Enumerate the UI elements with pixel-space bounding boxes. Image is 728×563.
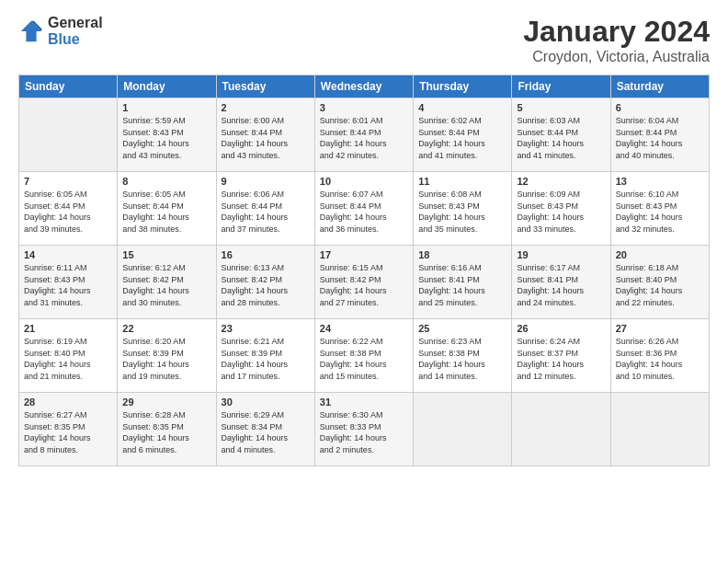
day-info: Sunrise: 6:19 AM Sunset: 8:40 PM Dayligh… [24, 336, 112, 382]
table-row: 14Sunrise: 6:11 AM Sunset: 8:43 PM Dayli… [19, 246, 118, 319]
day-info: Sunrise: 6:09 AM Sunset: 8:43 PM Dayligh… [517, 189, 605, 235]
day-number: 29 [122, 396, 210, 408]
day-info: Sunrise: 6:23 AM Sunset: 8:38 PM Dayligh… [418, 336, 506, 382]
table-row: 5Sunrise: 6:03 AM Sunset: 8:44 PM Daylig… [512, 98, 610, 172]
day-number: 31 [320, 396, 408, 408]
table-row: 1Sunrise: 5:59 AM Sunset: 8:43 PM Daylig… [118, 98, 216, 172]
table-row: 29Sunrise: 6:28 AM Sunset: 8:35 PM Dayli… [118, 393, 216, 466]
day-info: Sunrise: 6:28 AM Sunset: 8:35 PM Dayligh… [122, 409, 210, 455]
table-row: 24Sunrise: 6:22 AM Sunset: 8:38 PM Dayli… [314, 319, 413, 393]
day-info: Sunrise: 6:11 AM Sunset: 8:43 PM Dayligh… [24, 262, 112, 308]
day-info: Sunrise: 6:27 AM Sunset: 8:35 PM Dayligh… [24, 409, 112, 455]
day-info: Sunrise: 6:29 AM Sunset: 8:34 PM Dayligh… [222, 409, 310, 455]
day-number: 4 [418, 102, 506, 113]
logo-text: General Blue [48, 15, 103, 47]
day-number: 15 [122, 249, 210, 260]
calendar-table: Sunday Monday Tuesday Wednesday Thursday… [18, 75, 710, 466]
day-number: 27 [616, 323, 704, 334]
day-number: 19 [517, 249, 605, 260]
logo: General Blue [18, 15, 103, 47]
day-number: 6 [616, 102, 704, 113]
location-title: Croydon, Victoria, Australia [523, 49, 710, 65]
day-number: 28 [24, 396, 112, 408]
table-row: 27Sunrise: 6:26 AM Sunset: 8:36 PM Dayli… [610, 319, 709, 393]
table-row: 9Sunrise: 6:06 AM Sunset: 8:44 PM Daylig… [216, 172, 314, 246]
logo-icon [18, 18, 44, 44]
table-row: 20Sunrise: 6:18 AM Sunset: 8:40 PM Dayli… [610, 246, 709, 319]
day-number: 23 [222, 323, 310, 334]
day-number: 9 [222, 176, 310, 187]
day-info: Sunrise: 6:02 AM Sunset: 8:44 PM Dayligh… [418, 115, 506, 161]
day-info: Sunrise: 5:59 AM Sunset: 8:43 PM Dayligh… [122, 115, 210, 161]
col-tuesday: Tuesday [216, 75, 314, 98]
day-info: Sunrise: 6:06 AM Sunset: 8:44 PM Dayligh… [222, 189, 310, 235]
table-row [19, 98, 118, 172]
day-number: 13 [616, 176, 704, 187]
header: General Blue January 2024 Croydon, Victo… [18, 15, 710, 65]
table-row [414, 393, 512, 466]
table-row: 17Sunrise: 6:15 AM Sunset: 8:42 PM Dayli… [314, 246, 413, 319]
day-number: 22 [122, 323, 210, 334]
day-info: Sunrise: 6:13 AM Sunset: 8:42 PM Dayligh… [222, 262, 310, 308]
table-row [610, 393, 709, 466]
day-info: Sunrise: 6:22 AM Sunset: 8:38 PM Dayligh… [320, 336, 408, 382]
table-row: 16Sunrise: 6:13 AM Sunset: 8:42 PM Dayli… [216, 246, 314, 319]
table-row: 12Sunrise: 6:09 AM Sunset: 8:43 PM Dayli… [512, 172, 610, 246]
day-info: Sunrise: 6:21 AM Sunset: 8:39 PM Dayligh… [222, 336, 310, 382]
day-info: Sunrise: 6:17 AM Sunset: 8:41 PM Dayligh… [517, 262, 605, 308]
table-row: 15Sunrise: 6:12 AM Sunset: 8:42 PM Dayli… [118, 246, 216, 319]
table-row: 19Sunrise: 6:17 AM Sunset: 8:41 PM Dayli… [512, 246, 610, 319]
table-row: 31Sunrise: 6:30 AM Sunset: 8:33 PM Dayli… [314, 393, 413, 466]
day-info: Sunrise: 6:12 AM Sunset: 8:42 PM Dayligh… [122, 262, 210, 308]
col-wednesday: Wednesday [314, 75, 413, 98]
day-number: 8 [122, 176, 210, 187]
day-info: Sunrise: 6:05 AM Sunset: 8:44 PM Dayligh… [24, 189, 112, 235]
col-saturday: Saturday [610, 75, 709, 98]
table-row: 21Sunrise: 6:19 AM Sunset: 8:40 PM Dayli… [19, 319, 118, 393]
day-number: 25 [418, 323, 506, 334]
day-number: 1 [122, 102, 210, 113]
table-row: 18Sunrise: 6:16 AM Sunset: 8:41 PM Dayli… [414, 246, 512, 319]
table-row: 23Sunrise: 6:21 AM Sunset: 8:39 PM Dayli… [216, 319, 314, 393]
table-row: 3Sunrise: 6:01 AM Sunset: 8:44 PM Daylig… [314, 98, 413, 172]
day-info: Sunrise: 6:18 AM Sunset: 8:40 PM Dayligh… [616, 262, 704, 308]
day-info: Sunrise: 6:10 AM Sunset: 8:43 PM Dayligh… [616, 189, 704, 235]
table-row: 7Sunrise: 6:05 AM Sunset: 8:44 PM Daylig… [19, 172, 118, 246]
table-row: 8Sunrise: 6:05 AM Sunset: 8:44 PM Daylig… [118, 172, 216, 246]
day-info: Sunrise: 6:08 AM Sunset: 8:43 PM Dayligh… [418, 189, 506, 235]
day-number: 14 [24, 249, 112, 260]
day-info: Sunrise: 6:04 AM Sunset: 8:44 PM Dayligh… [616, 115, 704, 161]
day-info: Sunrise: 6:20 AM Sunset: 8:39 PM Dayligh… [122, 336, 210, 382]
col-sunday: Sunday [19, 75, 118, 98]
header-row: Sunday Monday Tuesday Wednesday Thursday… [19, 75, 710, 98]
table-row: 13Sunrise: 6:10 AM Sunset: 8:43 PM Dayli… [610, 172, 709, 246]
day-number: 26 [517, 323, 605, 334]
day-info: Sunrise: 6:15 AM Sunset: 8:42 PM Dayligh… [320, 262, 408, 308]
day-number: 24 [320, 323, 408, 334]
day-info: Sunrise: 6:24 AM Sunset: 8:37 PM Dayligh… [517, 336, 605, 382]
col-monday: Monday [118, 75, 216, 98]
day-number: 12 [517, 176, 605, 187]
day-number: 7 [24, 176, 112, 187]
day-number: 21 [24, 323, 112, 334]
table-row: 22Sunrise: 6:20 AM Sunset: 8:39 PM Dayli… [118, 319, 216, 393]
table-row: 28Sunrise: 6:27 AM Sunset: 8:35 PM Dayli… [19, 393, 118, 466]
day-info: Sunrise: 6:03 AM Sunset: 8:44 PM Dayligh… [517, 115, 605, 161]
day-info: Sunrise: 6:26 AM Sunset: 8:36 PM Dayligh… [616, 336, 704, 382]
month-title: January 2024 [523, 15, 710, 49]
table-row: 11Sunrise: 6:08 AM Sunset: 8:43 PM Dayli… [414, 172, 512, 246]
day-info: Sunrise: 6:01 AM Sunset: 8:44 PM Dayligh… [320, 115, 408, 161]
day-number: 10 [320, 176, 408, 187]
svg-marker-0 [21, 20, 41, 40]
day-number: 2 [222, 102, 310, 113]
col-thursday: Thursday [414, 75, 512, 98]
page: General Blue January 2024 Croydon, Victo… [0, 0, 728, 476]
day-number: 16 [222, 249, 310, 260]
table-row: 2Sunrise: 6:00 AM Sunset: 8:44 PM Daylig… [216, 98, 314, 172]
day-info: Sunrise: 6:05 AM Sunset: 8:44 PM Dayligh… [122, 189, 210, 235]
day-number: 5 [517, 102, 605, 113]
day-number: 3 [320, 102, 408, 113]
day-info: Sunrise: 6:16 AM Sunset: 8:41 PM Dayligh… [418, 262, 506, 308]
day-info: Sunrise: 6:30 AM Sunset: 8:33 PM Dayligh… [320, 409, 408, 455]
table-row: 25Sunrise: 6:23 AM Sunset: 8:38 PM Dayli… [414, 319, 512, 393]
